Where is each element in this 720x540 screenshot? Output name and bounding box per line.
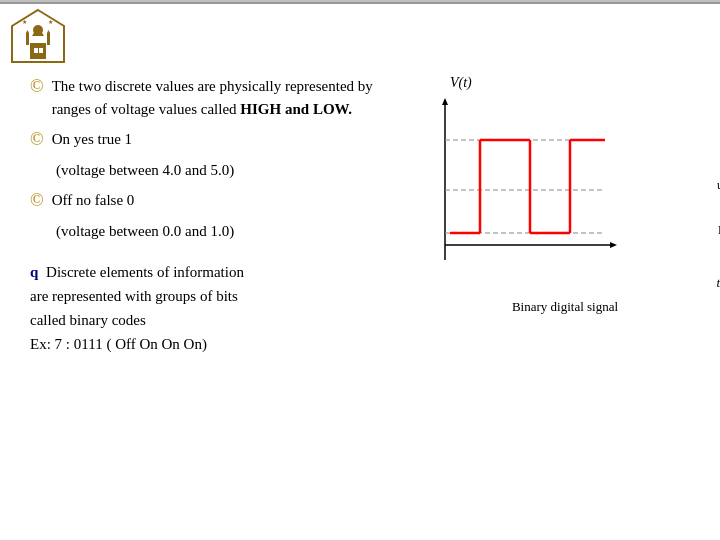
- svg-text:★: ★: [48, 19, 53, 25]
- svg-text:★: ★: [22, 19, 27, 25]
- bottom-line2: are represented with groups of bits: [30, 284, 410, 308]
- svg-rect-9: [34, 48, 38, 53]
- bullet-icon-1: ©: [30, 76, 44, 97]
- bottom-section: q Discrete elements of information are r…: [30, 260, 410, 356]
- bullet-text-2: On yes true 1: [52, 128, 132, 151]
- bottom-line1: q Discrete elements of information: [30, 260, 410, 284]
- right-panel: V(t): [420, 75, 700, 315]
- t-label: t: [716, 275, 720, 291]
- left-panel: © The two discrete values are physically…: [30, 75, 410, 356]
- chart-title: Binary digital signal: [430, 299, 700, 315]
- svg-point-4: [33, 25, 43, 35]
- bottom-line3: called binary codes: [30, 308, 410, 332]
- q-bullet: q: [30, 264, 38, 280]
- bullet-item-2: © On yes true 1: [30, 128, 410, 151]
- vt-label: V(t): [450, 75, 700, 91]
- bullet-item-1: © The two discrete values are physically…: [30, 75, 410, 120]
- bullet-icon-2: ©: [30, 129, 44, 150]
- bullet-subtext-3: (voltage between 0.0 and 1.0): [56, 220, 410, 243]
- svg-rect-5: [26, 33, 29, 45]
- svg-rect-10: [39, 48, 43, 53]
- svg-marker-16: [610, 242, 617, 248]
- bullet-text-1: The two discrete values are physically r…: [52, 75, 410, 120]
- bullet-text-3: Off no false 0: [52, 189, 135, 212]
- svg-marker-14: [442, 98, 448, 105]
- bottom-text1: Discrete elements of information: [46, 264, 244, 280]
- bullet-icon-3: ©: [30, 190, 44, 211]
- bottom-line4: Ex: 7 : 0111 ( Off On On On): [30, 332, 410, 356]
- svg-rect-6: [47, 33, 50, 45]
- bullet-subtext-2: (voltage between 4.0 and 5.0): [56, 159, 410, 182]
- bullet-item-3: © Off no false 0: [30, 189, 410, 212]
- logo-area: ★ ★: [10, 8, 70, 68]
- chart-area: Logic 1 undefined Logic 0 t: [430, 95, 690, 295]
